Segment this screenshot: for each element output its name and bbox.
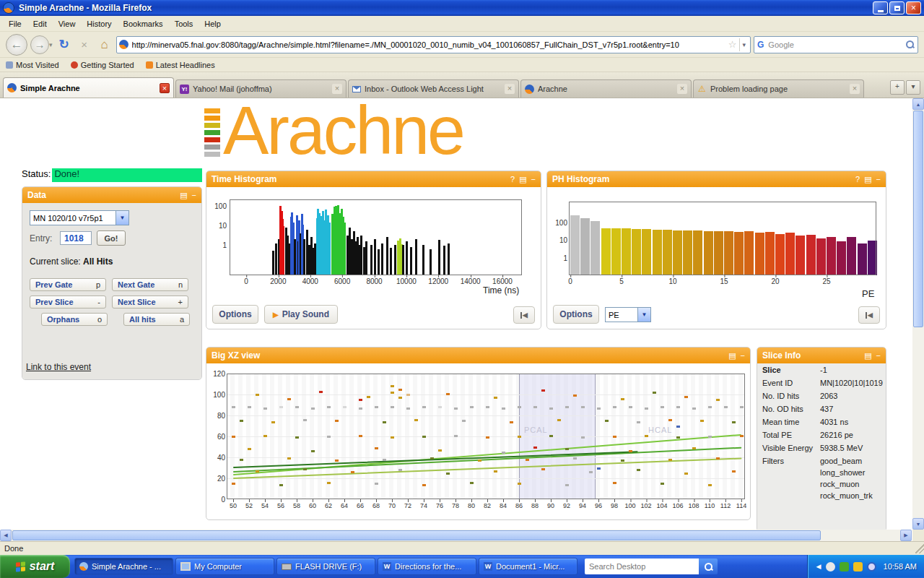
nav-all-hits-button[interactable]: All hitsa [123, 313, 190, 326]
data-panel-header[interactable]: Data ▤ − [22, 187, 201, 203]
slice-info-header[interactable]: Slice Info ▤ − [757, 348, 886, 363]
help-icon[interactable]: ? [855, 176, 860, 184]
url-text[interactable]: http://minerva05.fnal.gov:8080/tagg/Arac… [132, 40, 725, 49]
menu-help[interactable]: Help [199, 17, 227, 30]
nav-next-slice-button[interactable]: Next Slice+ [112, 296, 188, 309]
horizontal-scroll-thumb[interactable] [12, 530, 821, 540]
event-link[interactable]: Link to this event [26, 362, 91, 372]
ph-histogram-header[interactable]: PH Histogram ? ▤ − [547, 171, 886, 187]
print-icon[interactable]: ▤ [519, 176, 526, 184]
print-icon[interactable]: ▤ [728, 352, 736, 360]
tab-close-icon[interactable]: × [677, 84, 687, 94]
minimize-panel-icon[interactable]: − [192, 191, 196, 199]
time-options-button[interactable]: Options [212, 305, 258, 324]
taskbar-task-3[interactable]: FLASH DRIVE (F:) [276, 558, 375, 575]
nav-prev-gate-button[interactable]: Prev Gatep [30, 278, 106, 291]
url-dropdown-icon[interactable]: ▾ [739, 38, 748, 51]
maximize-button[interactable] [889, 1, 905, 14]
time-histogram-header[interactable]: Time Histogram ? ▤ − [206, 171, 541, 187]
nav-orphans-button[interactable]: Orphanso [41, 313, 108, 326]
search-input[interactable]: Google [768, 40, 905, 49]
start-button[interactable]: start [0, 555, 70, 578]
detector-hit [319, 391, 323, 393]
search-box[interactable]: G Google [754, 36, 918, 53]
detector-hit [589, 471, 593, 473]
dataset-select[interactable]: MN 1020/10 v7r5p1 ▼ [30, 210, 129, 225]
desktop-search-input[interactable]: Search Desktop [585, 558, 699, 574]
rewind-button[interactable]: ◀ [858, 306, 880, 324]
tab-close-icon[interactable]: × [160, 83, 170, 93]
nav-next-gate-button[interactable]: Next Gaten [112, 278, 188, 291]
menu-history[interactable]: History [81, 17, 117, 30]
ph-unit-select[interactable]: PE ▼ [605, 307, 651, 322]
forward-button[interactable]: → [30, 35, 49, 54]
taskbar-task-5[interactable]: WDocument1 - Micr... [479, 558, 578, 575]
minimize-button[interactable] [873, 1, 888, 14]
minimize-panel-icon[interactable]: − [531, 176, 536, 184]
minimize-panel-icon[interactable]: − [876, 176, 881, 184]
print-icon[interactable]: ▤ [864, 352, 871, 360]
close-button[interactable]: × [906, 1, 921, 14]
menu-view[interactable]: View [53, 17, 82, 30]
stop-icon[interactable]: × [76, 36, 93, 53]
nav-prev-slice-button[interactable]: Prev Slice- [30, 296, 106, 309]
ph-options-button[interactable]: Options [553, 305, 599, 324]
taskbar-task-4[interactable]: WDirections for the... [378, 558, 476, 575]
detector-hit [256, 470, 259, 473]
chevron-down-icon[interactable]: ▼ [637, 308, 650, 322]
go-button[interactable]: Go! [97, 230, 126, 246]
desktop-search-button[interactable] [699, 558, 718, 574]
tray-update-icon[interactable] [853, 562, 863, 571]
menu-bookmarks[interactable]: Bookmarks [118, 17, 169, 30]
new-tab-button[interactable]: + [890, 80, 905, 95]
search-magnifier-icon[interactable] [905, 40, 915, 49]
back-button[interactable]: ← [6, 34, 27, 56]
history-dropdown-icon[interactable]: ▾ [49, 41, 53, 48]
url-bar[interactable]: http://minerva05.fnal.gov:8080/tagg/Arac… [116, 36, 751, 53]
bookmark-item[interactable]: Latest Headlines [146, 61, 215, 69]
bookmark-star-icon[interactable]: ☆ [728, 39, 737, 50]
tab-close-icon[interactable]: × [850, 84, 860, 94]
tab-4[interactable]: Arachne× [520, 79, 692, 98]
menu-file[interactable]: File [3, 17, 27, 30]
chevron-down-icon[interactable]: ▼ [116, 211, 128, 225]
vertical-scroll-thumb[interactable] [913, 111, 923, 327]
scroll-right-icon[interactable]: ▶ [900, 530, 912, 541]
tray-usb-icon[interactable] [867, 562, 876, 571]
entry-input[interactable]: 1018 [60, 231, 92, 245]
xz-view-header[interactable]: Big XZ view ▤ − [206, 348, 750, 363]
horizontal-scrollbar[interactable]: ◀ ▶ [0, 530, 912, 541]
menu-edit[interactable]: Edit [27, 17, 53, 30]
tray-volume-icon[interactable] [826, 562, 835, 571]
tab-3[interactable]: Inbox - Outlook Web Access Light× [348, 79, 519, 98]
print-icon[interactable]: ▤ [864, 176, 871, 184]
scroll-up-icon[interactable]: ▲ [912, 98, 924, 110]
minimize-panel-icon[interactable]: − [876, 352, 881, 360]
scroll-left-icon[interactable]: ◀ [0, 530, 12, 541]
tab-2[interactable]: Y!Yahoo! Mail (johoffma)× [175, 79, 346, 98]
resize-grip[interactable] [915, 544, 924, 553]
tab-close-icon[interactable]: × [332, 84, 342, 94]
bookmark-item[interactable]: Most Visited [6, 61, 59, 69]
list-tabs-icon[interactable]: ▾ [906, 80, 920, 95]
taskbar-task-1[interactable]: Simple Arachne - ... [74, 558, 173, 575]
help-icon[interactable]: ? [510, 176, 515, 184]
bookmark-item[interactable]: Getting Started [71, 61, 134, 69]
tab-5[interactable]: ⚠Problem loading page× [693, 79, 864, 98]
xz-view-body[interactable]: PCALHCAL02040608010012050525456586062646… [206, 363, 750, 519]
tray-shield-icon[interactable] [840, 562, 849, 571]
print-icon[interactable]: ▤ [180, 191, 187, 199]
detector-hit [375, 447, 378, 449]
vertical-scrollbar[interactable]: ▲ ▼ [912, 98, 924, 530]
play-sound-button[interactable]: ▶ Play Sound [264, 305, 338, 324]
tab-1[interactable]: Simple Arachne× [3, 77, 174, 98]
rewind-button[interactable]: ◀ [513, 306, 535, 324]
home-icon[interactable]: ⌂ [96, 36, 113, 53]
refresh-icon[interactable]: ↻ [56, 36, 73, 53]
minimize-panel-icon[interactable]: − [741, 352, 745, 360]
taskbar-task-2[interactable]: My Computer [175, 558, 274, 575]
tray-collapse-icon[interactable]: ◀ [816, 563, 821, 570]
tab-close-icon[interactable]: × [505, 84, 515, 94]
scroll-down-icon[interactable]: ▼ [912, 518, 924, 530]
menu-tools[interactable]: Tools [169, 17, 199, 30]
